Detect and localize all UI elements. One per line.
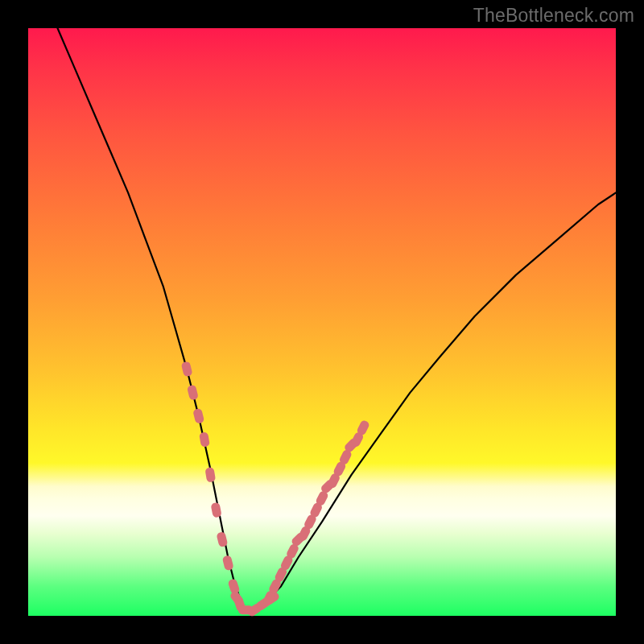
watermark-text: TheBottleneck.com xyxy=(473,5,634,27)
curve-marker xyxy=(181,361,193,377)
curve-marker xyxy=(187,385,199,401)
curve-marker xyxy=(204,467,216,483)
curve-marker xyxy=(192,408,204,424)
chart-svg xyxy=(28,28,616,616)
chart-frame: TheBottleneck.com xyxy=(0,0,644,644)
plot-area xyxy=(28,28,616,616)
curve-marker xyxy=(210,502,221,518)
curve-marker xyxy=(199,431,210,448)
bottleneck-curve xyxy=(58,28,617,610)
curve-marker xyxy=(222,555,234,571)
